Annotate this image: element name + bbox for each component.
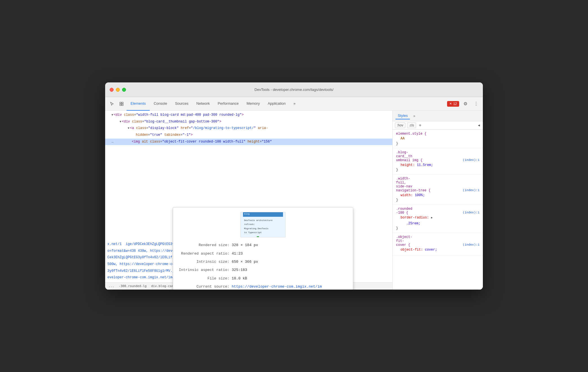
tooltip-intrinsic-aspect-row: Intrinsic aspect ratio: 325:183 [179, 267, 347, 273]
error-badge[interactable]: ✕ 12 [447, 101, 459, 107]
svg-rect-0 [120, 102, 121, 104]
tooltip-intrinsic-size-value: 650 × 366 px [232, 259, 258, 265]
window-title: DevTools - developer.chrome.com/tags/dev… [255, 87, 333, 92]
tab-performance[interactable]: Performance [214, 97, 242, 111]
maximize-button[interactable] [122, 88, 126, 92]
tab-more[interactable]: » [289, 97, 299, 111]
tab-sources[interactable]: Sources [171, 97, 193, 111]
breadcrumb-rounded[interactable]: -300.rounded-lg [118, 284, 148, 288]
svg-rect-1 [122, 102, 123, 104]
tab-console[interactable]: Console [150, 97, 171, 111]
img-preview-header: Chrome DevTools engineering blog [243, 212, 283, 217]
style-selector: element.style { [396, 132, 479, 136]
tooltip-file-size-row: File size: 18.0 kB [179, 275, 347, 282]
tooltip-intrinsic-size-label: Intrinsic size: [179, 259, 229, 265]
tooltip-rendered-size-label: Rendered size: [179, 242, 229, 248]
toolbar-right: ✕ 12 ⚙ ⋮ [447, 99, 481, 108]
tooltip-current-source-link[interactable]: https://developer-chrome-com.imgix.net/i… [232, 283, 322, 290]
cursor-icon-button[interactable] [107, 99, 116, 108]
image-tooltip: Chrome DevTools engineering blog DevTool… [173, 207, 353, 290]
style-source-link[interactable]: (index):1 [463, 158, 479, 162]
tab-network[interactable]: Network [193, 97, 214, 111]
style-selector: .object-fit-cover { (index):1 [396, 235, 479, 247]
tooltip-intrinsic-size-row: Intrinsic size: 650 × 366 px [179, 259, 347, 265]
styles-tab[interactable]: Styles [395, 112, 410, 119]
more-options-button[interactable]: ⋮ [472, 99, 481, 108]
style-selector: .width-full,side-navnavigation-tree { (i… [396, 177, 479, 192]
titlebar: DevTools - developer.chrome.com/tags/dev… [105, 82, 483, 97]
tab-memory[interactable]: Memory [243, 97, 264, 111]
tooltip-rendered-aspect-row: Rendered aspect ratio: 41:23 [179, 250, 347, 257]
img-preview: Chrome DevTools engineering blog DevTool… [179, 212, 347, 237]
styles-more-tabs[interactable]: » [412, 113, 416, 119]
devtools-window: DevTools - developer.chrome.com/tags/dev… [105, 82, 483, 290]
error-x-icon: ✕ [449, 102, 452, 106]
styles-toolbar: Styles » [393, 111, 483, 121]
style-block-width-full: .width-full,side-navnavigation-tree { (i… [393, 174, 483, 205]
tooltip-rendered-aspect-value: 41:23 [232, 250, 243, 257]
breadcrumb-ellipsis[interactable]: ... [107, 284, 115, 288]
style-close: } [396, 142, 479, 146]
img-preview-subtitle: DevTools architecture refresh:Migrating … [243, 218, 283, 235]
style-source-link2[interactable]: (index):1 [463, 189, 479, 192]
tooltip-file-size-value: 18.0 kB [232, 275, 247, 282]
devtools-container: Elements Console Sources Network Perform… [105, 97, 483, 290]
dom-line-selected[interactable]: … <img alt class="object-fit-cover round… [105, 139, 392, 145]
dom-line[interactable]: ▼<a class="display-block" href="/blog/mi… [105, 125, 392, 132]
add-rule-button[interactable]: + [418, 123, 423, 128]
traffic-lights [110, 88, 126, 92]
style-close: } [396, 168, 479, 172]
style-block-rounded: .rounded-100 { (index):1 border-radius: … [393, 205, 483, 233]
style-selector: .rounded-100 { (index):1 [396, 207, 479, 215]
tooltip-current-source-label: Current source: [179, 283, 229, 290]
tooltip-file-size-label: File size: [179, 275, 229, 282]
toolbar: Elements Console Sources Network Perform… [105, 97, 483, 111]
styles-filter-row: :hov .cls + ◄ [393, 121, 483, 130]
style-rule-border-radius: border-radius: ▶ .25rem; [401, 215, 479, 226]
tooltip-intrinsic-aspect-value: 325:183 [232, 267, 247, 273]
main-content: ▼<div class="width-full blog-card md:pad… [105, 111, 483, 290]
tab-application[interactable]: Application [264, 97, 290, 111]
dom-line[interactable]: ▼<div class="width-full blog-card md:pad… [105, 112, 392, 119]
style-rule-object-fit: object-fit: cover; [401, 247, 479, 253]
style-close: } [396, 198, 479, 202]
style-source-link3[interactable]: (index):1 [463, 211, 479, 214]
style-block-object-fit: .object-fit-cover { (index):1 object-fit… [393, 233, 483, 255]
tooltip-rendered-size-row: Rendered size: 328 × 184 px [179, 242, 347, 248]
style-rule-width: width: 100%; [401, 192, 479, 198]
tabs-container: Elements Console Sources Network Perform… [127, 97, 446, 111]
bar1 [257, 236, 259, 237]
pseudo-cls-button[interactable]: .cls [407, 122, 416, 128]
styles-content[interactable]: element.style { AA } .blog-card__thumbna… [393, 130, 483, 290]
style-block-element: element.style { AA } [393, 130, 483, 148]
direction-button[interactable]: ◄ [477, 123, 481, 127]
dom-content: ▼<div class="width-full blog-card md:pad… [105, 111, 392, 282]
svg-rect-3 [122, 104, 123, 106]
style-close: } [396, 226, 479, 230]
dom-panel[interactable]: ▼<div class="width-full blog-card md:pad… [105, 111, 393, 290]
svg-rect-2 [120, 104, 121, 106]
inspect-icon-button[interactable] [117, 99, 126, 108]
style-source-link4[interactable]: (index):1 [463, 243, 479, 246]
dom-line[interactable]: hidden="true" tabindex="-1"> [105, 132, 392, 139]
dom-line[interactable]: ▼<div class="blog-card__thumbnail gap-bo… [105, 119, 392, 125]
style-rule-height: height: 11.5rem; [401, 162, 479, 168]
error-count: 12 [453, 102, 457, 106]
img-preview-bars [257, 236, 269, 237]
settings-button[interactable]: ⚙ [461, 99, 470, 108]
tooltip-intrinsic-aspect-label: Intrinsic aspect ratio: [179, 267, 229, 273]
tooltip-current-source-row: Current source: https://developer-chrome… [179, 283, 347, 290]
minimize-button[interactable] [116, 88, 120, 92]
img-preview-box: Chrome DevTools engineering blog DevTool… [240, 212, 286, 237]
tab-elements[interactable]: Elements [127, 97, 150, 111]
styles-panel: Styles » :hov .cls + ◄ element.style { [393, 111, 483, 290]
tooltip-rendered-size-value: 328 × 184 px [232, 242, 258, 248]
style-rule: AA [401, 136, 479, 141]
style-selector: .blog-card__thumbnail img { (index):1 [396, 150, 479, 162]
tooltip-rendered-aspect-label: Rendered aspect ratio: [179, 250, 229, 257]
pseudo-hov-button[interactable]: :hov [395, 122, 405, 128]
close-button[interactable] [110, 88, 114, 92]
style-block-blog-thumbnail: .blog-card__thumbnail img { (index):1 he… [393, 148, 483, 174]
